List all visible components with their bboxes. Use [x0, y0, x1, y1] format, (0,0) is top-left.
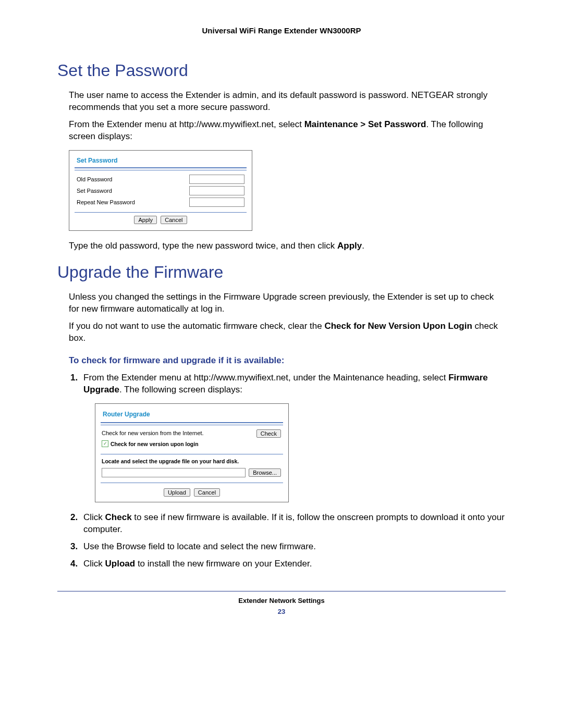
cancel-button[interactable]: Cancel — [194, 488, 220, 497]
set-password-input[interactable] — [189, 186, 244, 195]
text: to install the new firmware on your Exte… — [135, 559, 312, 569]
text: From the Extender menu at http://www.myw… — [69, 119, 304, 129]
text: Click — [83, 512, 105, 522]
text-bold: Check for New Version Upon Login — [324, 321, 472, 331]
doc-header: Universal WiFi Range Extender WN3000RP — [57, 26, 506, 35]
panel-title: Router Upgrade — [101, 408, 283, 423]
text: . The following screen displays: — [119, 385, 242, 394]
text: Type the old password, type the new pass… — [69, 241, 337, 251]
text: If you do not want to use the automatic … — [69, 321, 324, 331]
screenshot-set-password: Set Password Old Password Set Password R… — [69, 150, 252, 231]
text: . — [362, 241, 364, 251]
doc-footer-title: Extender Network Settings — [57, 597, 506, 604]
step-3: Use the Browse field to locate and selec… — [80, 541, 506, 553]
label-check-internet: Check for new version from the Internet. — [102, 429, 204, 437]
text: to see if new firmware is available. If … — [83, 512, 505, 534]
text-bold: Check — [105, 512, 132, 522]
label-repeat-password: Repeat New Password — [77, 199, 135, 205]
step-2: Click Check to see if new firmware is av… — [80, 512, 506, 536]
footer-rule — [57, 591, 506, 591]
procedure-heading: To check for firmware and upgrade if it … — [69, 355, 506, 366]
checkbox-new-version-login[interactable]: ✓ — [102, 440, 108, 447]
upload-button[interactable]: Upload — [164, 488, 190, 497]
heading-set-password: Set the Password — [57, 61, 506, 80]
heading-upgrade-firmware: Upgrade the Firmware — [57, 263, 506, 282]
page-number: 23 — [57, 608, 506, 615]
browse-button[interactable]: Browse... — [249, 468, 281, 477]
step-4: Click Upload to install the new firmware… — [80, 558, 506, 570]
cancel-button[interactable]: Cancel — [161, 216, 187, 224]
step-1: From the Extender menu at http://www.myw… — [80, 372, 506, 502]
paragraph: The user name to access the Extender is … — [69, 90, 506, 114]
paragraph: Type the old password, type the new pass… — [69, 240, 506, 252]
text: From the Extender menu at http://www.myw… — [83, 373, 448, 382]
label-check-login: Check for new version upon login — [111, 440, 199, 448]
text-bold: Apply — [337, 241, 362, 251]
text: Use the Browse field to locate and selec… — [83, 541, 316, 551]
label-set-password: Set Password — [77, 188, 112, 194]
check-button[interactable]: Check — [256, 429, 281, 438]
label-old-password: Old Password — [77, 176, 112, 182]
text-bold: Upload — [105, 559, 136, 569]
label-locate-file: Locate and select the upgrade file on yo… — [101, 456, 283, 467]
old-password-input[interactable] — [189, 175, 244, 184]
text-bold: Maintenance > Set Password — [304, 119, 426, 129]
panel-title: Set Password — [75, 155, 247, 168]
text: Click — [83, 559, 105, 569]
paragraph: From the Extender menu at http://www.myw… — [69, 119, 506, 143]
apply-button[interactable]: Apply — [134, 216, 157, 224]
paragraph: Unless you changed the settings in the F… — [69, 291, 506, 315]
repeat-password-input[interactable] — [189, 198, 244, 207]
screenshot-router-upgrade: Router Upgrade Check for new version fro… — [95, 403, 289, 502]
file-path-input[interactable] — [102, 468, 246, 477]
paragraph: If you do not want to use the automatic … — [69, 320, 506, 344]
